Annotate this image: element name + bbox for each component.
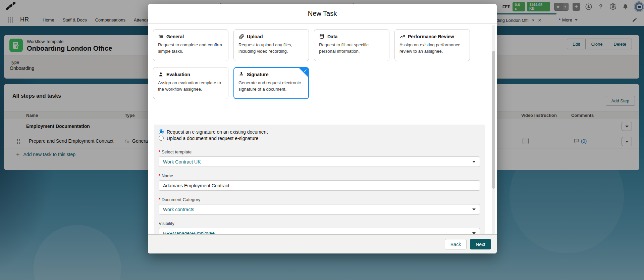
radio-unselected-icon[interactable] [159,136,164,141]
radio-selected-icon[interactable] [159,129,164,134]
name-input[interactable] [163,183,476,188]
card-title: Signature [247,72,269,77]
back-button[interactable]: Back [445,239,467,249]
chevron-down-icon [472,232,476,234]
modal-body: General Request to complete and confirm … [148,24,497,238]
modal-scrollbar-thumb[interactable] [492,51,495,189]
task-type-card-upload[interactable]: Upload Request to upload any files, incl… [233,29,309,61]
trend-up-icon [399,34,405,39]
field-label: Select template [159,149,480,154]
card-title: General [166,34,184,39]
chevron-down-icon [472,161,476,163]
person-icon [158,72,164,77]
modal-footer: Back Next [148,234,497,253]
modal-header: New Task [148,4,497,24]
task-type-card-performance-review[interactable]: Performance Review Assign an existing pe… [394,29,470,61]
card-description: Assign an evaluation template to the wor… [158,80,223,93]
radio-existing-document[interactable]: Request an e-signature on an existing do… [159,129,480,135]
checklist-icon [158,34,164,39]
document-category-field: Document Category Work contracts [159,197,480,215]
card-description: Assign an existing performance review to… [399,42,465,55]
document-category-dropdown[interactable]: Work contracts [159,204,480,215]
screen: EPT: 0.6 s 1144.95 KB ★ ▾ + ? [0,0,644,280]
paperclip-icon [238,34,244,39]
task-type-card-general[interactable]: General Request to complete and confirm … [153,29,228,61]
field-label: Name [159,173,480,178]
card-description: Request to complete and confirm simple t… [158,42,223,55]
task-type-card-data[interactable]: Data Request to fill out specific person… [314,29,389,61]
chevron-down-icon [472,208,476,211]
task-type-cards: General Request to complete and confirm … [153,29,475,105]
task-type-card-signature[interactable]: ✓ Signature Generate and request electro… [233,67,309,99]
card-title: Performance Review [408,34,454,39]
document-category-value: Work contracts [163,207,194,212]
task-type-card-evaluation[interactable]: Evaluation Assign an evaluation template… [153,67,228,99]
new-task-modal: New Task General Request to complete and… [148,4,497,253]
card-title: Data [327,34,337,39]
card-title: Evaluation [166,72,190,77]
template-value: Work Contract UK [163,159,201,165]
check-icon: ✓ [304,68,307,73]
select-template-field: Select template Work Contract UK [159,149,480,167]
modal-title: New Task [308,10,337,17]
field-label: Document Category [159,197,480,202]
card-description: Generate and request electronic signatur… [238,80,304,93]
signature-form-panel: Request an e-signature on an existing do… [154,125,485,238]
name-field: Name [159,173,480,191]
card-description: Request to fill out specific personal in… [319,42,384,55]
card-title: Upload [247,34,263,39]
radio-label: Request an e-signature on an existing do… [167,129,268,135]
next-button[interactable]: Next [470,239,491,249]
signature-source-radios: Request an e-signature on an existing do… [159,129,480,141]
stamp-icon [238,72,244,77]
radio-label: Upload a document and request e-signatur… [167,136,258,141]
database-icon [319,34,325,39]
card-description: Request to upload any files, including v… [238,42,304,55]
field-label: Visibility [159,221,480,226]
radio-upload-document[interactable]: Upload a document and request e-signatur… [159,135,480,141]
template-dropdown[interactable]: Work Contract UK [159,156,480,167]
